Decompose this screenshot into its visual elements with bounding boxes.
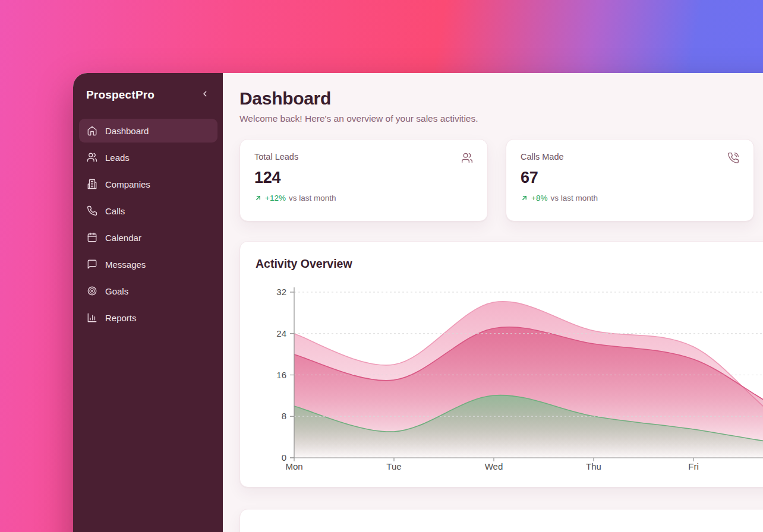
sidebar-item-label: Dashboard xyxy=(105,126,149,136)
phone-icon xyxy=(87,205,97,216)
chart-title: Activity Overview xyxy=(256,257,763,271)
sidebar-item-label: Messages xyxy=(105,259,146,270)
arrow-up-right-icon xyxy=(521,194,528,202)
sidebar-item-calls[interactable]: Calls xyxy=(79,199,217,223)
users-icon xyxy=(461,152,473,164)
bottom-card-partial xyxy=(239,509,763,532)
sidebar-header: ProspectPro xyxy=(73,73,223,119)
sidebar-collapse-button[interactable] xyxy=(199,88,211,102)
y-tick-label: 32 xyxy=(276,287,286,297)
brand-logo: ProspectPro xyxy=(86,88,155,102)
sidebar-item-goals[interactable]: Goals xyxy=(79,279,217,303)
users-icon xyxy=(87,152,97,163)
message-icon xyxy=(87,259,97,270)
building-icon xyxy=(87,179,97,189)
x-tick-label: Wed xyxy=(485,461,503,471)
x-tick-label: Mon xyxy=(285,461,302,471)
sidebar-item-messages[interactable]: Messages xyxy=(79,252,217,276)
main-content: Dashboard Welcome back! Here's an overvi… xyxy=(223,73,763,532)
stat-label: Calls Made xyxy=(521,152,564,162)
trend-suffix: vs last month xyxy=(289,194,336,202)
sidebar-item-label: Companies xyxy=(105,179,150,189)
phone-call-icon xyxy=(727,152,739,164)
calendar-icon xyxy=(87,232,97,243)
stat-value: 67 xyxy=(521,169,739,187)
sidebar-item-label: Leads xyxy=(105,153,130,163)
trend-suffix: vs last month xyxy=(550,194,598,202)
stat-label: Total Leads xyxy=(254,152,298,162)
page-title: Dashboard xyxy=(239,88,763,109)
stat-card: Total Leads 124 +12% vs last month xyxy=(239,139,488,221)
x-tick-label: Thu xyxy=(586,461,601,471)
stat-trend: +12% vs last month xyxy=(254,194,473,202)
target-icon xyxy=(87,286,97,296)
activity-chart: 08162432MonTueWedThuFriSatSun xyxy=(256,276,763,471)
sidebar: ProspectPro Dashboard Leads Companies Ca… xyxy=(73,73,223,532)
y-tick-label: 24 xyxy=(276,328,286,338)
x-tick-label: Fri xyxy=(688,461,699,471)
bar-chart-icon xyxy=(87,312,97,323)
sidebar-item-companies[interactable]: Companies xyxy=(79,172,217,196)
sidebar-item-calendar[interactable]: Calendar xyxy=(79,226,217,249)
app-window: ProspectPro Dashboard Leads Companies Ca… xyxy=(73,73,763,532)
y-tick-label: 16 xyxy=(276,370,286,380)
trend-percent: +12% xyxy=(265,194,286,202)
chevron-left-icon xyxy=(200,89,210,100)
activity-overview-card: Activity Overview 08162432MonTueWedThuFr… xyxy=(239,241,763,487)
y-tick-label: 8 xyxy=(282,411,286,421)
x-tick-label: Tue xyxy=(386,461,401,471)
sidebar-item-label: Goals xyxy=(105,286,128,296)
sidebar-item-leads[interactable]: Leads xyxy=(79,145,217,169)
stat-value: 124 xyxy=(254,169,473,187)
stat-card: Calls Made 67 +8% vs last month xyxy=(506,139,754,221)
home-icon xyxy=(87,125,97,136)
arrow-up-right-icon xyxy=(254,194,262,202)
stat-trend: +8% vs last month xyxy=(521,194,739,202)
sidebar-item-label: Calendar xyxy=(105,233,141,243)
page-subtitle: Welcome back! Here's an overview of your… xyxy=(239,113,763,124)
sidebar-item-label: Reports xyxy=(105,313,137,323)
sidebar-item-reports[interactable]: Reports xyxy=(79,306,217,330)
sidebar-nav: Dashboard Leads Companies Calls Calendar… xyxy=(73,119,223,332)
sidebar-item-label: Calls xyxy=(105,206,125,216)
trend-percent: +8% xyxy=(531,194,547,202)
stats-row: Total Leads 124 +12% vs last month Calls… xyxy=(239,139,763,221)
sidebar-item-dashboard[interactable]: Dashboard xyxy=(79,119,217,142)
